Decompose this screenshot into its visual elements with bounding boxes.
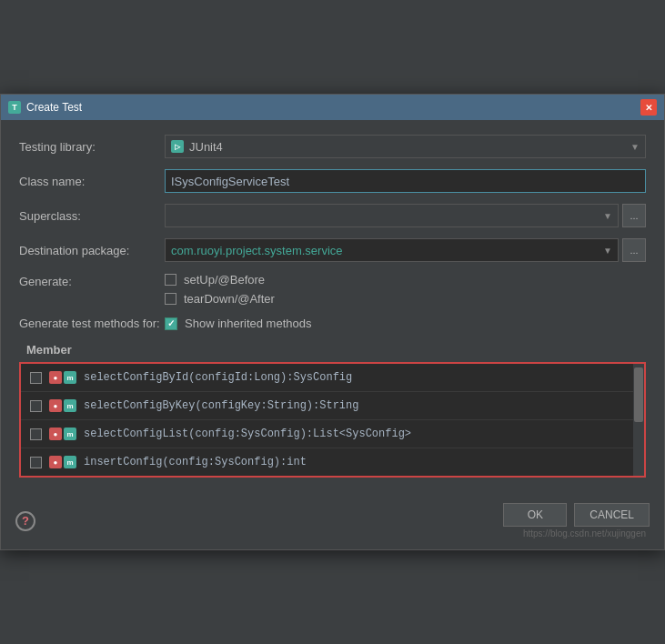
superclass-control: ▼ ... bbox=[165, 204, 646, 227]
method-2-checkbox[interactable] bbox=[30, 428, 42, 440]
cancel-button[interactable]: CANCEL bbox=[574, 503, 650, 527]
testing-library-value: JUnit4 bbox=[189, 140, 223, 154]
method-item-2[interactable]: ● m selectConfigList(config:SysConfig):L… bbox=[21, 420, 633, 448]
destination-package-value: com.ruoyi.project.system.service bbox=[171, 244, 343, 257]
class-name-control bbox=[165, 169, 646, 193]
method-1-checkbox[interactable] bbox=[30, 400, 42, 412]
teardown-checkbox-row: tearDown/@After bbox=[165, 292, 275, 306]
method-item-1[interactable]: ● m selectConfigByKey(configKey:String):… bbox=[21, 392, 633, 420]
superclass-more-button[interactable]: ... bbox=[622, 204, 646, 227]
testing-library-row: Testing library: ▷ JUnit4 ▼ bbox=[19, 135, 646, 158]
methods-wrapper: ● m selectConfigById(configId:Long):SysC… bbox=[19, 362, 646, 478]
setup-checkbox[interactable] bbox=[165, 274, 176, 286]
junit-icon: ▷ bbox=[171, 140, 184, 153]
testing-library-control: ▷ JUnit4 ▼ bbox=[165, 135, 646, 158]
superclass-row: Superclass: ▼ ... bbox=[19, 204, 646, 227]
dialog-icon: T bbox=[8, 101, 21, 114]
class-name-input[interactable] bbox=[165, 169, 646, 193]
interface-icon-2: ● bbox=[49, 428, 62, 440]
watermark-text: https://blog.csdn.net/xujinggen bbox=[523, 528, 650, 538]
generate-label: Generate: bbox=[19, 273, 165, 288]
methods-scrollbar[interactable] bbox=[633, 364, 644, 476]
generate-checkboxes: setUp/@Before tearDown/@After bbox=[165, 273, 275, 306]
dialog-footer: ? OK CANCEL https://blog.csdn.net/xujing… bbox=[1, 492, 664, 549]
setup-checkbox-row: setUp/@Before bbox=[165, 273, 275, 287]
method-3-checkbox[interactable] bbox=[30, 457, 42, 468]
method-icon-0: m bbox=[64, 371, 76, 384]
setup-label: setUp/@Before bbox=[184, 273, 265, 287]
class-name-label: Class name: bbox=[19, 175, 165, 188]
method-icon-1: m bbox=[64, 399, 76, 412]
testing-library-select[interactable]: ▷ JUnit4 ▼ bbox=[165, 135, 646, 158]
scroll-thumb bbox=[634, 367, 643, 422]
superclass-dropdown-arrow-icon: ▼ bbox=[603, 211, 612, 221]
member-header: Member bbox=[19, 339, 646, 362]
title-bar-left: T Create Test bbox=[8, 101, 82, 114]
method-0-checkbox[interactable] bbox=[30, 372, 42, 384]
destination-package-label: Destination package: bbox=[19, 244, 165, 257]
show-inherited-checkbox-row: ✓ Show inherited methods bbox=[165, 317, 311, 330]
interface-icon-3: ● bbox=[49, 456, 62, 468]
method-icon-2: m bbox=[64, 428, 76, 440]
teardown-checkbox[interactable] bbox=[165, 293, 176, 305]
checkmark-icon: ✓ bbox=[167, 318, 175, 328]
test-methods-label: Generate test methods for: bbox=[19, 317, 165, 330]
dropdown-arrow-icon: ▼ bbox=[630, 142, 640, 152]
method-0-name: selectConfigById(configId:Long):SysConfi… bbox=[84, 371, 352, 384]
superclass-select[interactable]: ▼ bbox=[165, 204, 619, 227]
close-button[interactable]: ✕ bbox=[640, 99, 657, 116]
create-test-dialog: T Create Test ✕ Testing library: ▷ JUnit… bbox=[0, 94, 665, 550]
method-1-name: selectConfigByKey(configKey:String):Stri… bbox=[84, 399, 358, 412]
method-3-name: insertConfig(config:SysConfig):int bbox=[84, 456, 307, 468]
method-item-0[interactable]: ● m selectConfigById(configId:Long):SysC… bbox=[21, 364, 633, 392]
method-1-icons: ● m bbox=[49, 399, 76, 412]
dest-dropdown-arrow-icon: ▼ bbox=[603, 246, 612, 256]
action-buttons: OK CANCEL bbox=[503, 503, 650, 527]
class-name-row: Class name: bbox=[19, 169, 646, 193]
methods-list: ● m selectConfigById(configId:Long):SysC… bbox=[21, 364, 633, 476]
method-3-icons: ● m bbox=[49, 456, 76, 468]
destination-package-row: Destination package: com.ruoyi.project.s… bbox=[19, 238, 646, 262]
destination-package-wrapper: com.ruoyi.project.system.service ▼ ... bbox=[165, 238, 646, 262]
destination-package-control: com.ruoyi.project.system.service ▼ ... bbox=[165, 238, 646, 262]
superclass-label: Superclass: bbox=[19, 209, 165, 223]
testing-library-inner: ▷ JUnit4 bbox=[171, 140, 223, 154]
interface-icon-1: ● bbox=[49, 399, 62, 412]
ok-button[interactable]: OK bbox=[503, 503, 567, 527]
method-2-icons: ● m bbox=[49, 428, 76, 440]
method-2-name: selectConfigList(config:SysConfig):List<… bbox=[84, 428, 411, 440]
testing-library-label: Testing library: bbox=[19, 140, 165, 154]
dialog-title: Create Test bbox=[26, 101, 82, 114]
show-inherited-label: Show inherited methods bbox=[185, 317, 311, 330]
interface-icon-0: ● bbox=[49, 371, 62, 384]
teardown-label: tearDown/@After bbox=[184, 292, 275, 306]
footer-right: OK CANCEL https://blog.csdn.net/xujingge… bbox=[503, 503, 650, 538]
test-methods-row: Generate test methods for: ✓ Show inheri… bbox=[19, 317, 646, 330]
title-bar: T Create Test ✕ bbox=[1, 95, 664, 120]
destination-more-button[interactable]: ... bbox=[622, 238, 646, 262]
method-item-3[interactable]: ● m insertConfig(config:SysConfig):int bbox=[21, 448, 633, 476]
generate-row: Generate: setUp/@Before tearDown/@After bbox=[19, 273, 646, 306]
help-button[interactable]: ? bbox=[15, 511, 35, 531]
method-icon-3: m bbox=[64, 456, 76, 468]
destination-package-select[interactable]: com.ruoyi.project.system.service ▼ bbox=[165, 238, 619, 262]
show-inherited-checkbox[interactable]: ✓ bbox=[165, 317, 177, 330]
method-0-icons: ● m bbox=[49, 371, 76, 384]
dialog-content: Testing library: ▷ JUnit4 ▼ Class name: … bbox=[1, 120, 664, 492]
superclass-wrapper: ▼ ... bbox=[165, 204, 646, 227]
